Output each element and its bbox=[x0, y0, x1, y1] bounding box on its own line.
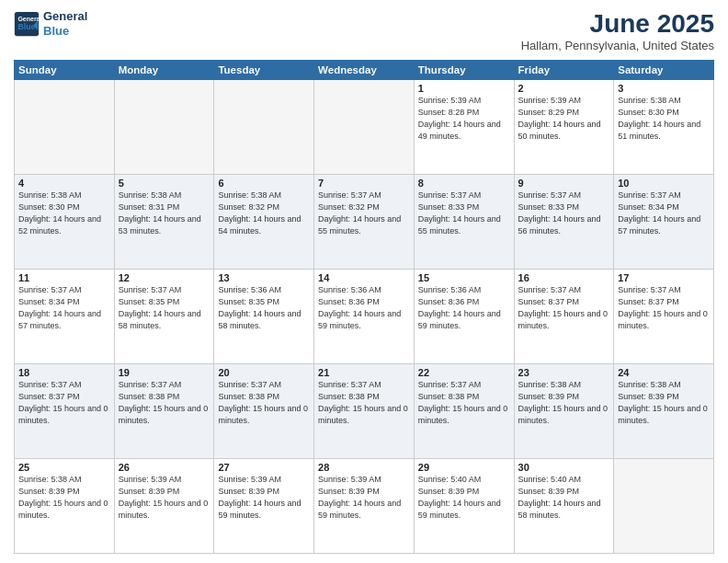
calendar-cell: 22Sunrise: 5:37 AMSunset: 8:38 PMDayligh… bbox=[414, 364, 514, 459]
day-info: Sunrise: 5:38 AMSunset: 8:30 PMDaylight:… bbox=[618, 95, 710, 143]
calendar-table: Sunday Monday Tuesday Wednesday Thursday… bbox=[14, 60, 714, 554]
subtitle: Hallam, Pennsylvania, United States bbox=[521, 39, 714, 52]
day-number: 25 bbox=[18, 462, 110, 473]
day-info: Sunrise: 5:37 AMSunset: 8:38 PMDaylight:… bbox=[318, 379, 410, 427]
day-info: Sunrise: 5:38 AMSunset: 8:31 PMDaylight:… bbox=[119, 190, 210, 237]
day-info: Sunrise: 5:36 AMSunset: 8:36 PMDaylight:… bbox=[318, 284, 410, 332]
calendar-cell bbox=[114, 80, 214, 175]
day-info: Sunrise: 5:37 AMSunset: 8:38 PMDaylight:… bbox=[119, 379, 210, 427]
day-info: Sunrise: 5:37 AMSunset: 8:37 PMDaylight:… bbox=[18, 379, 110, 427]
main-title: June 2025 bbox=[521, 9, 714, 39]
col-wednesday: Wednesday bbox=[314, 61, 415, 80]
day-info: Sunrise: 5:39 AMSunset: 8:28 PMDaylight:… bbox=[418, 95, 510, 143]
calendar-cell: 23Sunrise: 5:38 AMSunset: 8:39 PMDayligh… bbox=[514, 364, 614, 459]
col-saturday: Saturday bbox=[614, 61, 714, 80]
calendar-cell: 30Sunrise: 5:40 AMSunset: 8:39 PMDayligh… bbox=[514, 459, 614, 554]
day-info: Sunrise: 5:36 AMSunset: 8:35 PMDaylight:… bbox=[218, 284, 310, 332]
calendar-cell: 20Sunrise: 5:37 AMSunset: 8:38 PMDayligh… bbox=[214, 364, 314, 459]
day-number: 22 bbox=[418, 367, 510, 378]
header: General Blue General Blue June 2025 Hall… bbox=[14, 9, 714, 52]
day-number: 6 bbox=[218, 178, 310, 189]
calendar-cell: 12Sunrise: 5:37 AMSunset: 8:35 PMDayligh… bbox=[114, 270, 214, 364]
day-info: Sunrise: 5:38 AMSunset: 8:30 PMDaylight:… bbox=[18, 190, 110, 237]
day-number: 9 bbox=[518, 178, 610, 189]
calendar-header-row: Sunday Monday Tuesday Wednesday Thursday… bbox=[15, 61, 714, 80]
day-info: Sunrise: 5:37 AMSunset: 8:33 PMDaylight:… bbox=[518, 190, 610, 237]
col-monday: Monday bbox=[114, 61, 214, 80]
day-info: Sunrise: 5:37 AMSunset: 8:38 PMDaylight:… bbox=[418, 379, 510, 427]
day-number: 26 bbox=[119, 462, 210, 473]
calendar-cell: 3Sunrise: 5:38 AMSunset: 8:30 PMDaylight… bbox=[614, 80, 714, 175]
col-sunday: Sunday bbox=[15, 61, 115, 80]
day-number: 3 bbox=[618, 83, 710, 94]
day-number: 20 bbox=[218, 367, 310, 378]
day-number: 24 bbox=[618, 367, 710, 378]
calendar-cell: 4Sunrise: 5:38 AMSunset: 8:30 PMDaylight… bbox=[15, 175, 115, 270]
day-number: 17 bbox=[618, 272, 710, 283]
day-number: 19 bbox=[119, 367, 210, 378]
day-info: Sunrise: 5:39 AMSunset: 8:39 PMDaylight:… bbox=[318, 474, 410, 522]
calendar-cell bbox=[614, 459, 714, 554]
day-number: 1 bbox=[418, 83, 510, 94]
calendar-cell: 5Sunrise: 5:38 AMSunset: 8:31 PMDaylight… bbox=[114, 175, 214, 270]
calendar-cell: 6Sunrise: 5:38 AMSunset: 8:32 PMDaylight… bbox=[214, 175, 314, 270]
logo: General Blue General Blue bbox=[14, 9, 87, 38]
day-info: Sunrise: 5:36 AMSunset: 8:36 PMDaylight:… bbox=[418, 284, 510, 332]
day-info: Sunrise: 5:37 AMSunset: 8:33 PMDaylight:… bbox=[418, 190, 510, 237]
day-number: 2 bbox=[518, 83, 610, 94]
calendar-cell: 1Sunrise: 5:39 AMSunset: 8:28 PMDaylight… bbox=[414, 80, 514, 175]
calendar-cell: 28Sunrise: 5:39 AMSunset: 8:39 PMDayligh… bbox=[314, 459, 415, 554]
day-number: 8 bbox=[418, 178, 510, 189]
day-info: Sunrise: 5:40 AMSunset: 8:39 PMDaylight:… bbox=[518, 474, 610, 522]
day-number: 23 bbox=[518, 367, 610, 378]
day-number: 29 bbox=[418, 462, 510, 473]
calendar-cell: 27Sunrise: 5:39 AMSunset: 8:39 PMDayligh… bbox=[214, 459, 314, 554]
day-number: 5 bbox=[119, 178, 210, 189]
day-info: Sunrise: 5:38 AMSunset: 8:39 PMDaylight:… bbox=[18, 474, 110, 522]
calendar-cell: 8Sunrise: 5:37 AMSunset: 8:33 PMDaylight… bbox=[414, 175, 514, 270]
logo-icon: General Blue bbox=[14, 11, 40, 37]
day-number: 14 bbox=[318, 272, 410, 283]
calendar-cell: 18Sunrise: 5:37 AMSunset: 8:37 PMDayligh… bbox=[15, 364, 115, 459]
calendar-body: 1Sunrise: 5:39 AMSunset: 8:28 PMDaylight… bbox=[15, 80, 714, 554]
day-info: Sunrise: 5:37 AMSunset: 8:32 PMDaylight:… bbox=[318, 190, 410, 237]
day-info: Sunrise: 5:39 AMSunset: 8:39 PMDaylight:… bbox=[119, 474, 210, 522]
day-info: Sunrise: 5:38 AMSunset: 8:39 PMDaylight:… bbox=[518, 379, 610, 427]
day-info: Sunrise: 5:37 AMSunset: 8:38 PMDaylight:… bbox=[218, 379, 310, 427]
day-number: 18 bbox=[18, 367, 110, 378]
day-number: 27 bbox=[218, 462, 310, 473]
calendar-cell: 7Sunrise: 5:37 AMSunset: 8:32 PMDaylight… bbox=[314, 175, 415, 270]
calendar-cell: 17Sunrise: 5:37 AMSunset: 8:37 PMDayligh… bbox=[614, 270, 714, 364]
calendar-cell: 21Sunrise: 5:37 AMSunset: 8:38 PMDayligh… bbox=[314, 364, 415, 459]
day-info: Sunrise: 5:40 AMSunset: 8:39 PMDaylight:… bbox=[418, 474, 510, 522]
svg-text:Blue: Blue bbox=[17, 22, 35, 31]
day-number: 28 bbox=[318, 462, 410, 473]
calendar-cell: 10Sunrise: 5:37 AMSunset: 8:34 PMDayligh… bbox=[614, 175, 714, 270]
col-tuesday: Tuesday bbox=[214, 61, 314, 80]
calendar-cell: 11Sunrise: 5:37 AMSunset: 8:34 PMDayligh… bbox=[15, 270, 115, 364]
page: General Blue General Blue June 2025 Hall… bbox=[0, 0, 728, 563]
day-info: Sunrise: 5:37 AMSunset: 8:34 PMDaylight:… bbox=[18, 284, 110, 332]
title-block: June 2025 Hallam, Pennsylvania, United S… bbox=[521, 9, 714, 52]
calendar-cell: 19Sunrise: 5:37 AMSunset: 8:38 PMDayligh… bbox=[114, 364, 214, 459]
day-number: 12 bbox=[119, 272, 210, 283]
col-friday: Friday bbox=[514, 61, 614, 80]
day-info: Sunrise: 5:37 AMSunset: 8:37 PMDaylight:… bbox=[618, 284, 710, 332]
calendar-cell: 14Sunrise: 5:36 AMSunset: 8:36 PMDayligh… bbox=[314, 270, 415, 364]
calendar-cell bbox=[214, 80, 314, 175]
day-number: 30 bbox=[518, 462, 610, 473]
calendar-cell bbox=[15, 80, 115, 175]
day-number: 11 bbox=[18, 272, 110, 283]
day-info: Sunrise: 5:37 AMSunset: 8:34 PMDaylight:… bbox=[618, 190, 710, 237]
calendar-cell: 16Sunrise: 5:37 AMSunset: 8:37 PMDayligh… bbox=[514, 270, 614, 364]
day-info: Sunrise: 5:37 AMSunset: 8:35 PMDaylight:… bbox=[119, 284, 210, 332]
day-info: Sunrise: 5:39 AMSunset: 8:29 PMDaylight:… bbox=[518, 95, 610, 143]
logo-text: General Blue bbox=[43, 9, 87, 38]
calendar-cell: 2Sunrise: 5:39 AMSunset: 8:29 PMDaylight… bbox=[514, 80, 614, 175]
col-thursday: Thursday bbox=[414, 61, 514, 80]
day-number: 21 bbox=[318, 367, 410, 378]
calendar-cell: 25Sunrise: 5:38 AMSunset: 8:39 PMDayligh… bbox=[15, 459, 115, 554]
day-number: 4 bbox=[18, 178, 110, 189]
day-number: 10 bbox=[618, 178, 710, 189]
calendar-cell: 15Sunrise: 5:36 AMSunset: 8:36 PMDayligh… bbox=[414, 270, 514, 364]
